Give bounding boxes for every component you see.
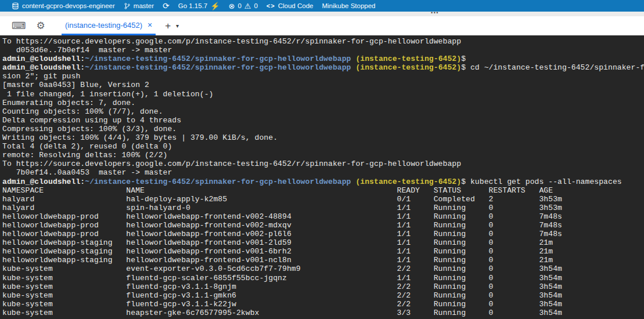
terminal-line: helloworldwebapp-prod helloworldwebapp-f… <box>2 221 644 230</box>
terminal-line: helloworldwebapp-prod helloworldwebapp-f… <box>2 212 644 221</box>
terminal-line: halyard hal-deploy-apply-k2m85 0/1 Compl… <box>2 195 644 204</box>
panel-drag-strip: ••• <box>0 12 644 16</box>
terminal-line: kube-system fluentd-gcp-v3.1.1-gmkn6 2/2… <box>2 291 644 300</box>
close-tab-icon[interactable]: × <box>147 20 152 30</box>
terminal-line: Total 4 (delta 2), reused 0 (delta 0) <box>2 142 644 151</box>
terminal-line: admin_@cloudshell:~/instance-testing-645… <box>2 177 644 186</box>
terminal-line: NAMESPACE NAME READY STATUS RESTARTS AGE <box>2 186 644 195</box>
terminal-line: kube-system heapster-gke-6c76577995-2kwb… <box>2 309 644 317</box>
terminal-line: 1 file changed, 1 insertion(+), 1 deleti… <box>2 90 644 99</box>
terminal-line: To https://source.developers.google.com/… <box>2 37 644 46</box>
terminal-line: admin_@cloudshell:~/instance-testing-645… <box>2 63 644 72</box>
terminal-line: helloworldwebapp-staging helloworldwebap… <box>2 238 644 247</box>
terminal-line: halyard spin-halyard-0 1/1 Running 0 3h5… <box>2 204 644 212</box>
terminal-line: Delta compression using up to 4 threads <box>2 116 644 125</box>
terminal-tab-bar: ⌨ ⚙ (instance-testing-6452) × + ▾ <box>0 16 644 35</box>
statusbar-problems[interactable]: ⊗ 0 ⚠ 0 <box>228 0 257 12</box>
error-icon: ⊗ <box>228 2 235 10</box>
terminal-tab-label: (instance-testing-6452) <box>65 21 142 30</box>
warning-icon: ⚠ <box>244 2 251 10</box>
terminal-line: d053d6e..7b0ef14 master -> master <box>2 46 644 55</box>
status-bar: content-gcpro-devops-engineer master ⟳ G… <box>0 0 644 12</box>
statusbar-sync[interactable]: ⟳ <box>163 0 170 12</box>
terminal-line: Enumerating objects: 7, done. <box>2 99 644 107</box>
cloud-shell-window: content-gcpro-devops-engineer master ⟳ G… <box>0 0 644 319</box>
terminal-line: admin_@cloudshell:~/instance-testing-645… <box>2 55 644 63</box>
terminal-line: Compressing objects: 100% (3/3), done. <box>2 125 644 133</box>
go-version-label: Go 1.15.7 <box>178 2 208 9</box>
project-name: content-gcpro-devops-engineer <box>22 2 115 9</box>
warning-count: 0 <box>254 2 257 9</box>
terminal-line: kube-system fluentd-gcp-v3.1.1-8gnjm 2/2… <box>2 282 644 291</box>
drag-handle-icon[interactable]: ••• <box>431 10 439 16</box>
git-branch-icon <box>124 2 131 10</box>
code-brackets-icon: <> <box>267 2 275 9</box>
terminal-line: sion 2"; git push <box>2 72 644 81</box>
terminal-line: helloworldwebapp-staging helloworldwebap… <box>2 256 644 264</box>
keyboard-icon[interactable]: ⌨ <box>12 21 23 31</box>
settings-gear-icon[interactable]: ⚙ <box>35 21 46 31</box>
statusbar-minikube[interactable]: Minikube Stopped <box>322 0 375 12</box>
terminal-line: kube-system event-exporter-v0.3.0-5cd6cc… <box>2 264 644 273</box>
terminal-line: Counting objects: 100% (7/7), done. <box>2 107 644 116</box>
terminal-line: [master 0aa0453] Blue, Version 2 <box>2 81 644 89</box>
terminal-tab[interactable]: (instance-testing-6452) × <box>62 16 156 35</box>
terminal-line: Writing objects: 100% (4/4), 379 bytes |… <box>2 133 644 142</box>
add-tab-button[interactable]: + <box>165 20 171 32</box>
terminal-line: To https://source.developers.google.com/… <box>2 160 644 168</box>
sync-icon: ⟳ <box>163 2 170 10</box>
lightning-icon: ⚡ <box>210 2 220 10</box>
branch-name: master <box>134 2 154 9</box>
minikube-status-label: Minikube Stopped <box>322 2 375 9</box>
terminal-line: helloworldwebapp-prod helloworldwebapp-f… <box>2 230 644 238</box>
terminal-line: kube-system fluentd-gcp-v3.1.1-k22jw 2/2… <box>2 300 644 309</box>
statusbar-project[interactable]: content-gcpro-devops-engineer <box>12 0 115 12</box>
terminal-line: helloworldwebapp-staging helloworldwebap… <box>2 247 644 256</box>
statusbar-branch[interactable]: master <box>124 0 154 12</box>
statusbar-cloud-code[interactable]: <> Cloud Code <box>267 0 314 12</box>
terminal-output[interactable]: To https://source.developers.google.com/… <box>0 35 644 319</box>
error-count: 0 <box>238 2 241 9</box>
cloud-code-label: Cloud Code <box>278 2 314 9</box>
database-icon <box>12 2 19 10</box>
terminal-line: kube-system fluentd-gcp-scaler-6855f55bc… <box>2 274 644 282</box>
terminal-line: 7b0ef14..0aa0453 master -> master <box>2 168 644 177</box>
statusbar-go-version[interactable]: Go 1.15.7 ⚡ <box>178 0 220 12</box>
terminal-line: remote: Resolving deltas: 100% (2/2) <box>2 151 644 160</box>
chevron-down-icon[interactable]: ▾ <box>176 23 179 29</box>
